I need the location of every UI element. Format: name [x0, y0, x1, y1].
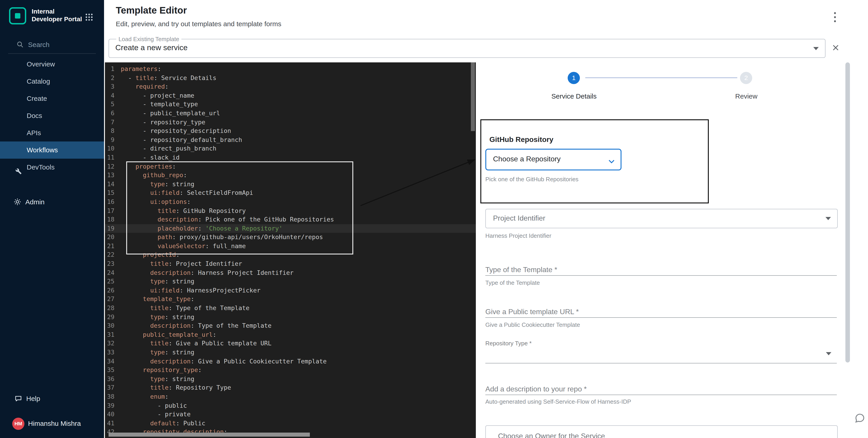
repository-type-underline	[485, 363, 837, 363]
github-repo-select[interactable]: Choose a Repository	[485, 149, 621, 170]
github-repo-select-value: Choose a Repository	[493, 149, 561, 168]
code-line: 18 description: Pick one of the GitHub R…	[105, 215, 476, 224]
project-identifier-placeholder: Project Identifier	[493, 209, 545, 227]
sidebar: Internal Developer Portal Search Overvie…	[0, 0, 104, 438]
sidebar-search[interactable]: Search	[0, 36, 104, 53]
search-icon	[16, 41, 24, 48]
public-url-helper: Give a Public Cookiecutter Template	[485, 322, 580, 328]
repository-type-select[interactable]: Repository Type *	[485, 340, 532, 347]
code-line: 9 - repository_default_branch	[105, 136, 476, 144]
code-line: 20 path: proxy/github-api/users/OrkoHunt…	[105, 233, 476, 242]
sidebar-item-devtools[interactable]: DevTools	[0, 159, 104, 176]
sidebar-nav: Overview Catalog Create Docs APIs Workfl…	[0, 56, 104, 176]
code-line: 37 title: Repository Type	[105, 383, 476, 392]
code-line: 31 public_template_url:	[105, 330, 476, 339]
gear-icon	[13, 198, 21, 206]
public-url-underline	[485, 317, 837, 318]
project-identifier-helper: Harness Project Identifier	[485, 232, 551, 239]
sidebar-item-help[interactable]: Help	[0, 390, 104, 407]
load-template-select[interactable]: Load Existing Template Create a new serv…	[108, 39, 826, 58]
code-line: 32 title: Give a Public template URL	[105, 339, 476, 348]
code-line: 13 github_repo:	[105, 171, 476, 180]
owner-placeholder: Choose an Owner for the Service	[498, 432, 605, 438]
code-line: 23 title: Project Identifier	[105, 260, 476, 268]
github-repo-helper: Pick one of the GitHub Repositories	[485, 176, 579, 182]
code-line: 4 - project_name	[105, 91, 476, 100]
code-line: 34 description: Give a Public Cookiecutt…	[105, 357, 476, 366]
page-title: Template Editor	[116, 5, 187, 16]
code-line: 8 - repositoty_description	[105, 127, 476, 135]
stepper-step-2-label: Review	[735, 92, 757, 100]
repo-description-helper: Auto-generated using Self-Service-Flow o…	[485, 398, 631, 405]
stepper-step-1-label: Service Details	[551, 92, 597, 100]
sidebar-item-apis[interactable]: APIs	[0, 124, 104, 141]
code-editor[interactable]: 1parameters:2 - title: Service Details3 …	[105, 62, 476, 438]
wrench-icon	[16, 164, 22, 181]
code-line: 3 required:	[105, 82, 476, 91]
code-line: 10 - direct_push_branch	[105, 144, 476, 153]
avatar: HM	[12, 418, 24, 430]
public-url-field[interactable]: Give a Public template URL *	[485, 308, 579, 316]
dropdown-caret-icon	[826, 217, 831, 220]
code-line: 21 valueSelector: full_name	[105, 242, 476, 250]
help-label: Help	[26, 390, 40, 407]
code-line: 16 ui:options:	[105, 198, 476, 206]
code-line: 11 - slack_id	[105, 153, 476, 162]
dropdown-caret-icon	[826, 352, 831, 355]
code-line: 24 description: Harness Project Identifi…	[105, 268, 476, 277]
preview-scrollbar[interactable]	[845, 62, 850, 363]
clear-template-icon[interactable]	[831, 43, 840, 53]
editor-horizontal-scrollbar[interactable]	[108, 433, 310, 437]
template-editor-page: Internal Developer Portal Search Overvie…	[0, 0, 868, 438]
code-line: 26 ui:field: HarnessProjectPicker	[105, 286, 476, 295]
brand-title: Internal Developer Portal	[32, 7, 82, 23]
code-line: 6 - public_template_url	[105, 109, 476, 118]
stepper-step-1[interactable]: 1	[568, 72, 580, 84]
brand: Internal Developer Portal	[9, 7, 82, 25]
code-line: 25 type: string	[105, 277, 476, 286]
code-line: 33 type: string	[105, 348, 476, 357]
code-line: 30 description: Type of the Template	[105, 322, 476, 330]
code-line: 28 title: Type of the Template	[105, 304, 476, 312]
repo-description-field[interactable]: Add a description to your repo *	[485, 385, 587, 393]
sidebar-item-overview[interactable]: Overview	[0, 56, 104, 73]
code-line: 22 projectId:	[105, 250, 476, 260]
code-line: 5 - template_type	[105, 100, 476, 109]
owner-field[interactable]: Choose an Owner for the Service	[485, 425, 838, 438]
project-identifier-select[interactable]: Project Identifier	[485, 209, 838, 228]
template-type-field[interactable]: Type of the Template *	[485, 266, 557, 274]
editor-vertical-scrollbar[interactable]	[471, 62, 475, 131]
sidebar-item-workflows[interactable]: Workflows	[0, 141, 104, 159]
user-profile[interactable]: HM Himanshu Mishra	[0, 414, 104, 433]
help-chat-icon	[14, 395, 22, 402]
repo-description-underline	[485, 395, 837, 395]
stepper-connector	[585, 77, 737, 78]
sidebar-item-catalog[interactable]: Catalog	[0, 73, 104, 90]
code-line: 39 - public	[105, 401, 476, 410]
code-line: 1parameters:	[105, 65, 476, 73]
code-line: 36 type: string	[105, 375, 476, 383]
code-line: 12 properties:	[105, 162, 476, 171]
code-line: 17 title: GitHub Repository	[105, 206, 476, 215]
sidebar-item-admin[interactable]: Admin	[0, 194, 104, 211]
code-editor-content: 1parameters:2 - title: Service Details3 …	[105, 62, 476, 437]
code-line: 2 - title: Service Details	[105, 73, 476, 82]
admin-label: Admin	[25, 194, 44, 211]
app-logo-icon	[9, 7, 26, 25]
code-line: 38 enum:	[105, 392, 476, 401]
load-template-value: Create a new service	[115, 39, 187, 57]
page-subtitle: Edit, preview, and try out templates and…	[116, 20, 281, 28]
template-type-underline	[485, 275, 837, 276]
sidebar-item-docs[interactable]: Docs	[0, 107, 104, 124]
sidebar-divider	[8, 53, 96, 54]
chevron-down-icon	[608, 157, 615, 165]
search-label: Search	[28, 36, 50, 53]
sidebar-item-create[interactable]: Create	[0, 90, 104, 107]
stepper-step-2[interactable]: 2	[740, 72, 752, 84]
feedback-chat-icon[interactable]	[854, 412, 866, 424]
apps-grid-icon[interactable]	[85, 13, 93, 23]
kebab-menu-icon[interactable]	[834, 11, 840, 23]
code-line: 27 template_type:	[105, 295, 476, 304]
code-line: 41 default: Public	[105, 419, 476, 428]
code-line: 35 repository_type:	[105, 366, 476, 374]
